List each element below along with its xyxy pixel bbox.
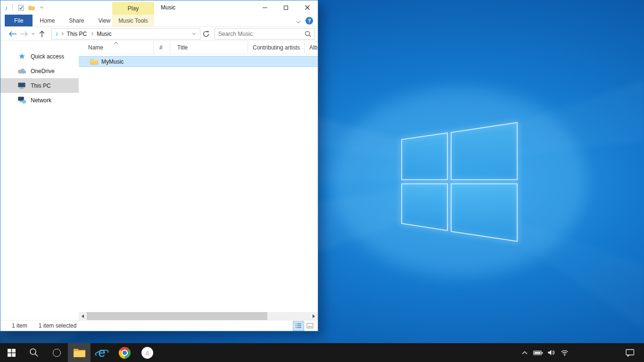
tab-home[interactable]: Home: [33, 15, 62, 26]
minimize-icon: [263, 8, 267, 8]
music-note-app-icon: ♪: [5, 5, 8, 11]
item-count: 1 item: [12, 322, 27, 329]
large-icons-view-icon: [306, 323, 314, 329]
internet-explorer-icon: e: [95, 346, 109, 360]
close-button[interactable]: [297, 0, 318, 15]
search-icon[interactable]: [305, 31, 311, 37]
tray-show-hidden-icons-button[interactable]: [520, 343, 530, 362]
scroll-right-button[interactable]: [310, 312, 318, 320]
scrollbar-track[interactable]: [87, 312, 310, 320]
close-icon: [305, 5, 310, 10]
sidebar-item-label: Network: [31, 97, 51, 104]
scrollbar-thumb[interactable]: [87, 312, 267, 320]
breadcrumb-chevron-icon: [60, 32, 63, 35]
large-icons-view-button[interactable]: [305, 321, 315, 330]
tray-volume-button[interactable]: [546, 343, 556, 362]
expand-ribbon-button[interactable]: [297, 17, 300, 24]
column-header-album[interactable]: Alb: [305, 41, 318, 54]
tab-share[interactable]: Share: [62, 15, 91, 26]
taskbar-internet-explorer-button[interactable]: e: [91, 343, 113, 362]
action-center-button[interactable]: [621, 343, 638, 362]
taskbar-chrome-button[interactable]: [113, 343, 136, 362]
window-controls: [254, 0, 318, 15]
up-button[interactable]: [36, 28, 48, 40]
forward-button[interactable]: [18, 28, 30, 40]
windows-logo-icon: [8, 349, 16, 357]
sidebar-item-label: OneDrive: [31, 68, 55, 74]
qat-new-folder-button[interactable]: [26, 2, 37, 13]
qat-properties-button[interactable]: [16, 2, 26, 13]
chevron-down-icon: [31, 31, 34, 34]
star-icon: [17, 53, 26, 60]
sidebar-item-quick-access[interactable]: Quick access: [0, 49, 79, 64]
window-title: Music: [161, 0, 175, 15]
taskbar-file-explorer-button[interactable]: [68, 343, 91, 362]
arrow-left-icon: [8, 31, 17, 37]
maximize-icon: [284, 6, 288, 10]
sidebar-item-network[interactable]: Network: [0, 93, 79, 107]
file-row-mymusic[interactable]: MyMusic: [79, 56, 318, 67]
address-dropdown-button[interactable]: [190, 33, 198, 34]
speaker-icon: [547, 349, 555, 356]
file-list-pane: Name # Title Contributing artists Alb My…: [79, 41, 318, 320]
tab-music-tools[interactable]: Music Tools: [112, 15, 154, 26]
refresh-button[interactable]: [200, 28, 212, 40]
sidebar-item-onedrive[interactable]: OneDrive: [0, 64, 79, 78]
itunes-icon: ♫: [141, 347, 153, 359]
triangle-right-icon: [313, 314, 315, 318]
action-center-icon: [626, 349, 635, 357]
arrow-right-icon: [20, 31, 28, 37]
scroll-left-button[interactable]: [79, 312, 87, 320]
contextual-tab-play[interactable]: Play: [112, 2, 154, 15]
selection-count: 1 item selected: [39, 322, 77, 329]
minimize-button[interactable]: [254, 0, 275, 15]
tray-battery-button[interactable]: [533, 343, 543, 362]
check-document-icon: [18, 5, 24, 11]
wifi-icon: [561, 349, 569, 356]
taskbar-search-button[interactable]: [23, 343, 45, 362]
qat-customize-button[interactable]: [37, 2, 47, 13]
breadcrumb-this-pc[interactable]: This PC: [66, 31, 89, 37]
file-name: MyMusic: [101, 58, 124, 65]
battery-icon: [533, 350, 543, 356]
search-box[interactable]: [215, 28, 315, 40]
system-tray: [520, 343, 570, 362]
chevron-up-icon: [521, 350, 528, 355]
address-bar[interactable]: ♪ This PC Music: [51, 28, 200, 40]
horizontal-scrollbar[interactable]: [79, 312, 318, 320]
qat-separator: [12, 4, 13, 11]
back-button[interactable]: [7, 28, 18, 40]
recent-locations-button[interactable]: [30, 28, 36, 40]
file-explorer-icon: [73, 348, 86, 358]
column-header-number[interactable]: #: [154, 41, 170, 54]
column-header-contributing-artists[interactable]: Contributing artists: [248, 41, 305, 54]
column-headers: Name # Title Contributing artists Alb: [79, 41, 318, 54]
taskbar-itunes-button[interactable]: ♫: [136, 343, 158, 362]
music-note-location-icon: ♪: [55, 31, 58, 37]
details-view-button[interactable]: [293, 321, 304, 330]
tab-file[interactable]: File: [5, 15, 33, 26]
chevron-down-icon: [297, 19, 300, 23]
tray-network-button[interactable]: [559, 343, 570, 362]
cloud-icon: [17, 68, 26, 74]
sidebar-item-label: Quick access: [31, 53, 64, 60]
maximize-button[interactable]: [275, 0, 297, 15]
file-explorer-window: ♪ Play Music: [0, 0, 318, 331]
start-button[interactable]: [0, 343, 23, 362]
taskbar: e ♫: [0, 343, 644, 362]
status-bar: 1 item 1 item selected: [0, 320, 318, 331]
sidebar-item-this-pc[interactable]: This PC: [0, 78, 79, 93]
cortana-button[interactable]: [45, 343, 68, 362]
computer-icon: [17, 82, 26, 89]
address-toolbar: ♪ This PC Music: [0, 27, 318, 41]
folder-icon: [28, 5, 35, 10]
titlebar[interactable]: ♪ Play Music: [0, 0, 318, 15]
folder-icon: [90, 58, 98, 65]
search-input[interactable]: [218, 31, 305, 37]
help-button[interactable]: ?: [305, 17, 313, 25]
desktop: ♪ Play Music: [0, 0, 644, 362]
sidebar-item-label: This PC: [31, 82, 51, 89]
breadcrumb-music[interactable]: Music: [95, 31, 113, 37]
chrome-icon: [119, 347, 131, 359]
column-header-title[interactable]: Title: [170, 41, 248, 54]
